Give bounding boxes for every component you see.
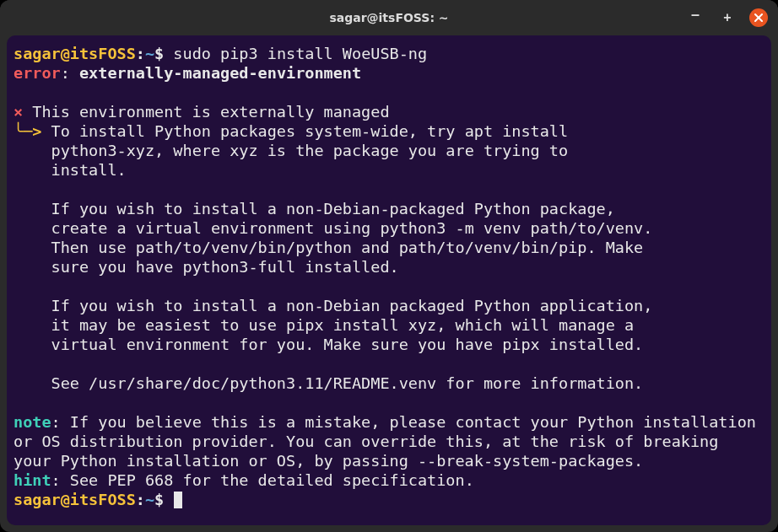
terminal-window: sagar@itsFOSS: ~ – + sagar@itsFOSS:~$ su… xyxy=(0,0,778,532)
prompt-user: sagar xyxy=(14,491,61,508)
output-text: See /usr/share/doc/python3.11/README.ven… xyxy=(14,374,643,392)
hint-text: See PEP 668 for the detailed specificati… xyxy=(70,471,474,489)
output-text: If you wish to install a non-Debian pack… xyxy=(14,297,652,314)
prompt-host: itsFOSS xyxy=(70,491,136,508)
prompt-path: ~ xyxy=(145,45,154,62)
prompt-colon: : xyxy=(136,491,145,508)
maximize-button[interactable]: + xyxy=(717,8,737,28)
prompt-at: @ xyxy=(61,491,70,508)
hint-label: hint xyxy=(14,471,51,489)
output-text: To install Python packages system-wide, … xyxy=(41,122,568,140)
cross-icon: × xyxy=(14,103,23,121)
close-button[interactable] xyxy=(749,8,768,27)
window-title: sagar@itsFOSS: ~ xyxy=(329,11,448,24)
window-controls: – + xyxy=(685,8,768,28)
prompt-at: @ xyxy=(61,45,70,62)
error-colon: : xyxy=(61,64,79,82)
output-text xyxy=(14,180,51,198)
prompt-dollar: $ xyxy=(154,491,164,508)
output-text: virtual environment for you. Make sure y… xyxy=(14,336,643,353)
error-message: externally-managed-environment xyxy=(79,64,361,82)
prompt-colon: : xyxy=(136,45,145,62)
output-text: This environment is externally managed xyxy=(23,103,389,121)
command-text: sudo pip3 install WoeUSB-ng xyxy=(164,45,427,62)
prompt-path: ~ xyxy=(145,491,154,508)
output-text: it may be easiest to use pipx install xy… xyxy=(14,316,634,334)
output-text: python3-xyz, where xyz is the package yo… xyxy=(14,142,568,159)
output-text xyxy=(14,355,51,373)
prompt-host: itsFOSS xyxy=(70,45,136,62)
error-label: error xyxy=(14,64,61,82)
note-colon: : xyxy=(51,413,70,431)
note-label: note xyxy=(14,413,51,431)
arrow-icon: ╰─> xyxy=(14,122,41,140)
output-text: If you wish to install a non-Debian-pack… xyxy=(14,200,615,218)
output-text: create a virtual environment using pytho… xyxy=(14,219,652,237)
close-icon xyxy=(754,13,763,22)
note-text: If you believe this is a mistake, please… xyxy=(14,413,765,470)
titlebar: sagar@itsFOSS: ~ – + xyxy=(0,0,778,35)
minimize-button[interactable]: – xyxy=(685,8,705,28)
hint-colon: : xyxy=(51,471,70,489)
cursor xyxy=(174,492,182,508)
output-text: install. xyxy=(14,161,127,179)
prompt-user: sagar xyxy=(14,45,61,62)
output-text xyxy=(14,277,51,295)
output-text: Then use path/to/venv/bin/python and pat… xyxy=(14,239,643,256)
prompt-dollar: $ xyxy=(154,45,164,62)
output-text: sure you have python3-full installed. xyxy=(14,258,399,276)
terminal-output[interactable]: sagar@itsFOSS:~$ sudo pip3 install WoeUS… xyxy=(7,35,771,525)
